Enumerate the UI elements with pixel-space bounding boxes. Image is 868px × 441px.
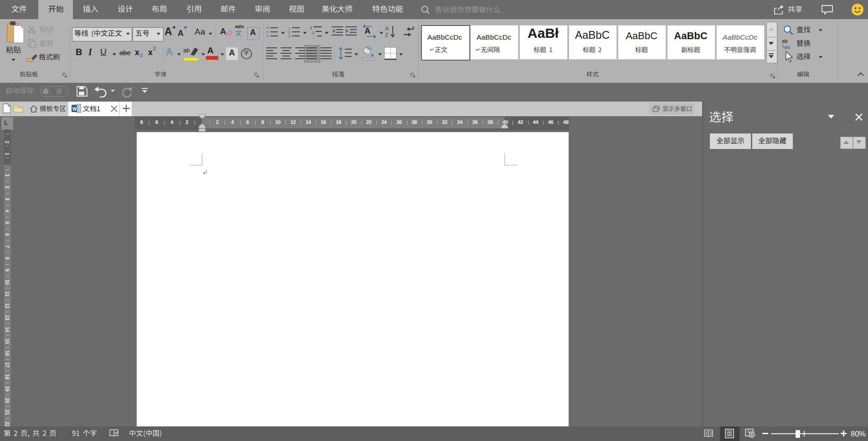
svg-text:ac: ac [785, 44, 791, 50]
svg-text:ab: ab [782, 38, 788, 44]
svg-text:W: W [72, 107, 77, 112]
svg-text:Z: Z [385, 32, 388, 38]
svg-text:3: 3 [288, 34, 290, 39]
svg-text:i: i [314, 35, 315, 39]
svg-text:A: A [385, 26, 389, 32]
